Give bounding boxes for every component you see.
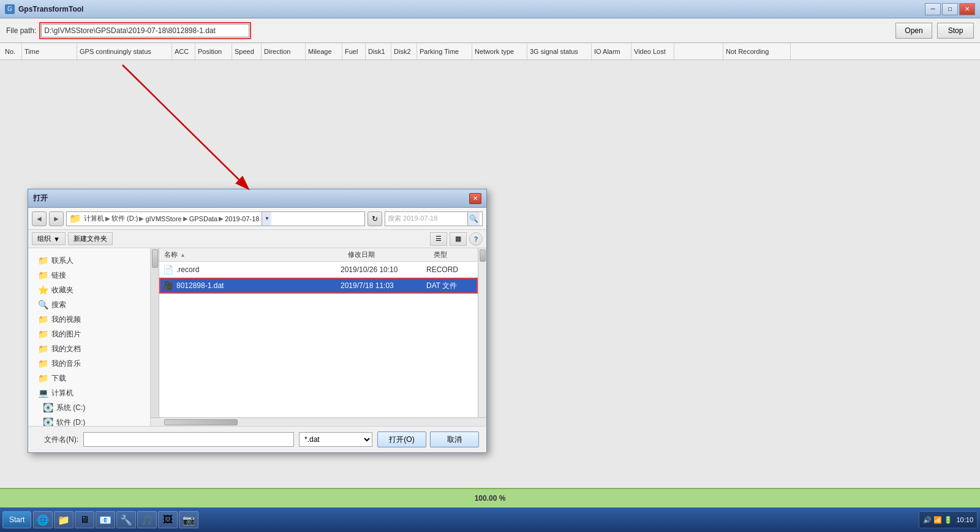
dialog-action-buttons: 打开(O) 取消 (377, 431, 479, 447)
search-icon: 🔍 (38, 300, 48, 310)
sidebar-item-favorites[interactable]: ⭐ 收藏夹 (28, 283, 150, 297)
music-icon: 📁 (38, 359, 48, 368)
sidebar-scrollbar[interactable] (151, 248, 159, 417)
favorites-label: 收藏夹 (51, 285, 74, 295)
music-label: 我的音乐 (51, 359, 81, 369)
address-bar: 📁 计算机 ▶ 软件 (D:) ▶ gIVMSStore ▶ GPSData ▶… (66, 211, 365, 226)
taskbar-icon-2[interactable]: 📁 (54, 511, 74, 528)
crumb-computer[interactable]: 计算机 (84, 214, 104, 223)
dat-file-type: DAT 文件 (426, 281, 475, 291)
videos-icon: 📁 (38, 314, 48, 324)
dialog-cancel-button[interactable]: 取消 (430, 431, 479, 447)
col-type-header[interactable]: 类型 (429, 250, 478, 259)
taskbar-icon-5[interactable]: 🔧 (116, 511, 136, 528)
col-gps: GPS continuingly status (77, 44, 172, 59)
videos-label: 我的视频 (51, 314, 81, 325)
col-date-header[interactable]: 修改日期 (343, 250, 429, 259)
search-button[interactable]: 🔍 (467, 212, 480, 226)
nav-back-button[interactable]: ◄ (32, 211, 47, 226)
file-list-area: 名称 ▲ 修改日期 类型 📄 (159, 248, 478, 417)
drive-d-label: 软件 (D:) (56, 417, 85, 427)
windows-taskbar: Start 🌐 📁 🖥 📧 🔧 🎵 🖼 📷 🔊 📶 🔋 10:10 (0, 507, 980, 532)
list-view-button[interactable]: ☰ (430, 232, 447, 246)
links-icon: 📁 (38, 270, 48, 280)
downloads-label: 下载 (51, 373, 66, 384)
col-disk1: Disk1 (366, 44, 391, 59)
dialog-open-button[interactable]: 打开(O) (377, 431, 426, 447)
file-item-record[interactable]: 📄 .record 2019/10/26 10:10 RECORD (159, 262, 478, 278)
dat-file-date: 2019/7/18 11:03 (341, 281, 426, 290)
crumb-gpsdata[interactable]: GPSData (189, 215, 217, 222)
dialog-title: 打开 (33, 193, 469, 203)
dialog-close-button[interactable]: ✕ (469, 193, 481, 204)
sidebar-item-links[interactable]: 📁 链接 (28, 268, 150, 283)
taskbar-icon-7[interactable]: 🖼 (158, 511, 178, 528)
help-button[interactable]: ? (469, 232, 483, 246)
nav-forward-button[interactable]: ► (49, 211, 64, 226)
grid-view-button[interactable]: ▦ (450, 232, 467, 246)
crumb-date[interactable]: 2019-07-18 (225, 215, 259, 222)
sidebar-item-downloads[interactable]: 📁 下载 (28, 371, 150, 386)
stop-button[interactable]: Stop (937, 23, 974, 39)
file-list-scrollbar-thumb[interactable] (480, 249, 486, 262)
col-position: Position (195, 44, 232, 59)
filename-row: 文件名(N): *.dat 打开(O) 取消 (36, 431, 479, 447)
horizontal-scrollbar-thumb[interactable] (164, 419, 238, 425)
col-mileage: Mileage (306, 44, 342, 59)
crumb-drive[interactable]: 软件 (D:) (111, 214, 138, 223)
contacts-label: 联系人 (51, 256, 74, 266)
col-video: Video Lost (631, 44, 674, 59)
col-fuel: Fuel (342, 44, 366, 59)
app-title: GpsTransformTool (18, 5, 925, 13)
search-placeholder: 搜索 2019-07-18 (388, 214, 465, 223)
col-name-header[interactable]: 名称 ▲ (159, 250, 343, 259)
minimize-button[interactable]: ─ (925, 3, 941, 15)
close-button[interactable]: ✕ (959, 3, 975, 15)
file-path-input[interactable] (41, 24, 249, 37)
dialog-nav-toolbar: ◄ ► 📁 计算机 ▶ 软件 (D:) ▶ gIVMSStore ▶ GPSDa… (28, 208, 486, 230)
filename-input[interactable] (83, 432, 294, 447)
taskbar-icon-3[interactable]: 🖥 (75, 511, 94, 528)
sidebar-item-pictures[interactable]: 📁 我的图片 (28, 327, 150, 341)
address-dropdown-button[interactable]: ▼ (262, 212, 271, 226)
sidebar-item-computer[interactable]: 💻 计算机 (28, 386, 150, 400)
taskbar-icon-1[interactable]: 🌐 (33, 511, 53, 528)
sidebar-item-videos[interactable]: 📁 我的视频 (28, 312, 150, 327)
sidebar-item-contacts[interactable]: 📁 联系人 (28, 253, 150, 268)
main-toolbar: File path: Open Stop (0, 18, 980, 43)
app-icon: G (5, 4, 15, 14)
col-empty (674, 44, 723, 59)
col-not-recording: Not Recording (723, 44, 791, 59)
sidebar-item-drive-c[interactable]: 💽 系统 (C:) (28, 400, 150, 415)
col-no: No. (2, 44, 22, 59)
links-label: 链接 (51, 270, 66, 281)
filetype-select[interactable]: *.dat (299, 432, 372, 447)
start-button[interactable]: Start (2, 511, 31, 528)
sidebar-item-documents[interactable]: 📁 我的文档 (28, 341, 150, 356)
sidebar-item-music[interactable]: 📁 我的音乐 (28, 356, 150, 371)
progress-text: 100.00 % (475, 494, 506, 503)
maximize-button[interactable]: □ (942, 3, 958, 15)
refresh-button[interactable]: ↻ (368, 211, 382, 226)
new-folder-button[interactable]: 新建文件夹 (68, 232, 113, 245)
taskbar-icon-8[interactable]: 📷 (179, 511, 198, 528)
col-time: Time (22, 44, 77, 59)
crumb-givms[interactable]: gIVMSStore (145, 215, 181, 222)
sidebar-scrollbar-thumb[interactable] (152, 249, 158, 268)
open-button[interactable]: Open (895, 23, 932, 39)
documents-icon: 📁 (38, 344, 48, 354)
taskbar-icon-4[interactable]: 📧 (96, 511, 115, 528)
organize-button[interactable]: 组织 ▼ (32, 232, 66, 245)
system-tray[interactable]: 🔊 📶 🔋 10:10 (919, 511, 978, 528)
view-controls: ☰ ▦ ? (430, 232, 483, 246)
documents-label: 我的文档 (51, 344, 81, 354)
sidebar-item-drive-d[interactable]: 💽 软件 (D:) (28, 415, 150, 426)
sidebar-item-search[interactable]: 🔍 搜索 (28, 297, 150, 312)
dialog-footer: 文件名(N): *.dat 打开(O) 取消 (28, 426, 486, 452)
organize-arrow: ▼ (53, 235, 60, 243)
file-list-scrollbar[interactable] (478, 248, 486, 417)
search-box: 搜索 2019-07-18 🔍 (385, 211, 483, 226)
taskbar-icon-6[interactable]: 🎵 (137, 511, 157, 528)
horizontal-scrollbar[interactable] (151, 417, 486, 426)
file-item-dat[interactable]: 🎥 8012898-1.dat 2019/7/18 11:03 DAT 文件 (159, 278, 478, 294)
